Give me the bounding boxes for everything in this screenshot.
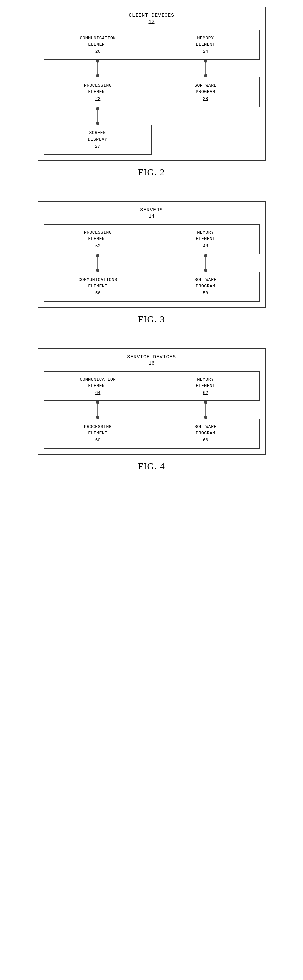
fig4-memory-label: MEMORYELEMENT bbox=[196, 377, 215, 389]
fig3-label: FIG. 3 bbox=[138, 314, 166, 325]
fig2-outer-box: CLIENT DEVICES 12 COMMUNICATIONELEMENT 2… bbox=[38, 7, 266, 161]
fig3-title: SERVERS bbox=[44, 207, 260, 213]
fig4-comm-box: COMMUNICATIONELEMENT 64 bbox=[44, 371, 152, 401]
fig3-bot-row: COMMUNICATIONSELEMENT 56 SOFTWAREPROGRAM… bbox=[44, 272, 260, 302]
svg-point-11 bbox=[96, 269, 99, 272]
memory-element-box: MEMORYELEMENT 24 bbox=[152, 30, 260, 60]
fig3-top-row: PROCESSINGELEMENT 52 MEMORYELEMENT 48 bbox=[44, 224, 260, 254]
fig3-comm-number: 56 bbox=[95, 291, 100, 296]
screen-display-box: SCREENDISPLAY 27 bbox=[44, 125, 152, 155]
fig2-inner: COMMUNICATIONELEMENT 26 MEMORYELEMENT 24 bbox=[44, 30, 260, 155]
fig4-processing-box: PROCESSINGELEMENT 60 bbox=[44, 418, 152, 449]
fig3-comm-box: COMMUNICATIONSELEMENT 56 bbox=[44, 272, 152, 302]
svg-point-17 bbox=[96, 415, 99, 418]
fig2-connector2 bbox=[44, 107, 152, 125]
software-program-label: SOFTWAREPROGRAM bbox=[194, 83, 217, 95]
fig4-outer-number: 16 bbox=[44, 361, 260, 366]
svg-point-19 bbox=[204, 401, 207, 404]
fig3-inner: PROCESSINGELEMENT 52 MEMORYELEMENT 48 bbox=[44, 224, 260, 302]
fig4-outer-box: SERVICE DEVICES 16 COMMUNICATIONELEMENT … bbox=[38, 348, 266, 455]
fig4-section: SERVICE DEVICES 16 COMMUNICATIONELEMENT … bbox=[20, 348, 283, 482]
fig2-conn2-svg bbox=[44, 107, 152, 125]
fig2-conn1-svg bbox=[44, 60, 260, 77]
svg-point-4 bbox=[204, 60, 207, 63]
fig2-section: CLIENT DEVICES 12 COMMUNICATIONELEMENT 2… bbox=[20, 7, 283, 188]
svg-point-16 bbox=[96, 401, 99, 404]
fig2-mid-row: PROCESSINGELEMENT 22 SOFTWAREPROGRAM 28 bbox=[44, 77, 260, 107]
fig2-outer-number: 12 bbox=[44, 19, 260, 25]
fig3-outer-number: 14 bbox=[44, 214, 260, 220]
fig4-label: FIG. 4 bbox=[138, 461, 166, 472]
fig4-comm-number: 64 bbox=[95, 390, 100, 395]
fig3-software-label: SOFTWAREPROGRAM bbox=[194, 277, 217, 289]
fig4-title: SERVICE DEVICES bbox=[44, 354, 260, 360]
fig2-top-row: COMMUNICATIONELEMENT 26 MEMORYELEMENT 24 bbox=[44, 30, 260, 60]
memory-element-label: MEMORYELEMENT bbox=[196, 35, 215, 47]
software-program-box: SOFTWAREPROGRAM 28 bbox=[152, 77, 260, 107]
comm-element-label: COMMUNICATIONELEMENT bbox=[80, 35, 116, 47]
processing-element-label: PROCESSINGELEMENT bbox=[84, 83, 112, 95]
fig3-software-number: 58 bbox=[203, 291, 208, 296]
page: CLIENT DEVICES 12 COMMUNICATIONELEMENT 2… bbox=[0, 0, 303, 502]
fig4-memory-number: 62 bbox=[203, 390, 208, 395]
fig4-processing-number: 60 bbox=[95, 438, 100, 443]
processing-element-number: 22 bbox=[95, 96, 100, 101]
fig4-connector bbox=[44, 401, 260, 418]
fig4-software-number: 66 bbox=[203, 438, 208, 443]
fig3-conn-svg bbox=[44, 254, 260, 272]
fig4-bot-row: PROCESSINGELEMENT 60 SOFTWAREPROGRAM 66 bbox=[44, 418, 260, 449]
fig2-title: CLIENT DEVICES bbox=[44, 13, 260, 18]
fig2-label: FIG. 2 bbox=[138, 167, 166, 178]
software-program-number: 28 bbox=[203, 96, 208, 101]
processing-element-box: PROCESSINGELEMENT 22 bbox=[44, 77, 152, 107]
fig3-memory-number: 48 bbox=[203, 243, 208, 248]
fig2-connector1 bbox=[44, 60, 260, 77]
fig3-processing-box: PROCESSINGELEMENT 52 bbox=[44, 224, 152, 254]
fig4-processing-label: PROCESSINGELEMENT bbox=[84, 424, 112, 436]
fig4-top-row: COMMUNICATIONELEMENT 64 MEMORYELEMENT 62 bbox=[44, 371, 260, 401]
screen-display-number: 27 bbox=[95, 144, 100, 149]
fig3-memory-label: MEMORYELEMENT bbox=[196, 230, 215, 242]
fig3-connector bbox=[44, 254, 260, 272]
comm-element-number: 26 bbox=[95, 49, 100, 54]
fig3-comm-label: COMMUNICATIONSELEMENT bbox=[78, 277, 118, 289]
svg-point-20 bbox=[204, 415, 207, 418]
fig3-section: SERVERS 14 PROCESSINGELEMENT 52 MEMORYEL… bbox=[20, 201, 283, 335]
fig4-comm-label: COMMUNICATIONELEMENT bbox=[80, 377, 116, 389]
memory-element-number: 24 bbox=[203, 49, 208, 54]
fig3-memory-box: MEMORYELEMENT 48 bbox=[152, 224, 260, 254]
fig3-processing-label: PROCESSINGELEMENT bbox=[84, 230, 112, 242]
fig3-processing-number: 52 bbox=[95, 243, 100, 248]
fig4-software-label: SOFTWAREPROGRAM bbox=[194, 424, 217, 436]
svg-point-5 bbox=[204, 74, 207, 77]
fig3-outer-box: SERVERS 14 PROCESSINGELEMENT 52 MEMORYEL… bbox=[38, 201, 266, 308]
svg-point-10 bbox=[96, 254, 99, 257]
svg-point-14 bbox=[204, 269, 207, 272]
svg-point-2 bbox=[96, 74, 99, 77]
svg-point-13 bbox=[204, 254, 207, 257]
comm-element-box: COMMUNICATIONELEMENT 26 bbox=[44, 30, 152, 60]
fig2-bottom-row: SCREENDISPLAY 27 bbox=[44, 125, 260, 155]
svg-point-7 bbox=[96, 107, 99, 110]
fig4-inner: COMMUNICATIONELEMENT 64 MEMORYELEMENT 62 bbox=[44, 371, 260, 449]
fig3-software-box: SOFTWAREPROGRAM 58 bbox=[152, 272, 260, 302]
fig4-conn-svg bbox=[44, 401, 260, 418]
screen-display-label: SCREENDISPLAY bbox=[88, 130, 107, 142]
svg-point-8 bbox=[96, 122, 99, 125]
fig4-software-box: SOFTWAREPROGRAM 66 bbox=[152, 418, 260, 449]
fig2-empty-cell bbox=[152, 125, 260, 155]
svg-point-1 bbox=[96, 60, 99, 63]
fig4-memory-box: MEMORYELEMENT 62 bbox=[152, 371, 260, 401]
